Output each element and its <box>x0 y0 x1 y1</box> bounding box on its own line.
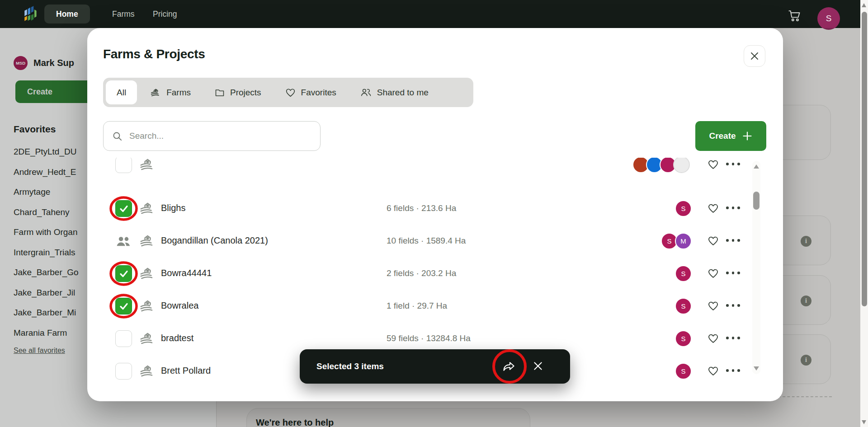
tab-farms[interactable]: Farms <box>139 80 202 104</box>
row-menu-button[interactable] <box>726 304 740 307</box>
account-avatar[interactable]: S <box>817 7 840 30</box>
farm-row[interactable]: Bowra44441 2 fields · 203.2 Ha S <box>87 257 783 290</box>
farm-icon <box>138 297 156 315</box>
check-icon <box>118 301 129 312</box>
close-icon <box>750 51 760 61</box>
row-menu-button[interactable] <box>726 206 740 209</box>
favorite-heart-button[interactable] <box>707 202 719 216</box>
row-menu-button[interactable] <box>726 337 740 339</box>
farm-meta: 2 fields · 203.2 Ha <box>387 268 456 278</box>
scrollbar-thumb[interactable] <box>753 192 760 210</box>
farm-icon <box>138 362 156 380</box>
heart-icon <box>707 158 719 170</box>
row-checkbox[interactable] <box>115 158 132 173</box>
row-checkbox[interactable] <box>115 330 132 347</box>
member-avatar <box>673 158 690 173</box>
tab-label: Farms <box>166 88 191 98</box>
row-menu-button[interactable] <box>726 163 740 165</box>
tab-label: Projects <box>230 88 261 98</box>
nav-tab-pricing[interactable]: Pricing <box>141 5 189 23</box>
row-menu-button[interactable] <box>726 272 740 274</box>
farm-name: Bowralea <box>161 300 198 311</box>
heart-icon <box>707 235 719 247</box>
modal-create-button[interactable]: Create <box>695 121 766 151</box>
farm-icon <box>138 330 156 347</box>
row-checkbox[interactable] <box>115 298 132 314</box>
farm-meta: 59 fields · 13284.8 Ha <box>387 333 471 343</box>
row-menu-button[interactable] <box>726 369 740 372</box>
cart-icon[interactable] <box>788 9 803 24</box>
folder-icon <box>214 87 225 98</box>
favorite-heart-button[interactable] <box>707 158 719 172</box>
brand-logo-icon[interactable] <box>22 5 39 25</box>
scroll-up-arrow[interactable] <box>862 3 866 7</box>
farm-row[interactable]: Bogandillan (Canola 2021) 10 fields · 15… <box>87 225 783 258</box>
create-label: Create <box>709 131 736 141</box>
scroll-up-arrow[interactable] <box>754 164 759 169</box>
window-scrollbar-thumb[interactable] <box>862 12 867 306</box>
farm-icon <box>150 87 161 99</box>
member-avatar: S <box>675 363 692 380</box>
farm-icon <box>138 158 156 174</box>
tab-all[interactable]: All <box>106 80 137 104</box>
modal-close-button[interactable] <box>744 45 765 67</box>
check-icon <box>118 268 129 279</box>
scroll-down-arrow[interactable] <box>754 366 759 371</box>
row-checkbox[interactable] <box>115 200 132 217</box>
farm-row[interactable]: Bowralea 1 field · 29.7 Ha S <box>87 290 783 323</box>
heart-icon <box>707 267 719 279</box>
share-selection-button[interactable] <box>502 360 516 375</box>
favorite-heart-button[interactable] <box>707 300 719 314</box>
member-avatar: S <box>675 298 692 314</box>
tab-label: Shared to me <box>377 88 429 98</box>
people-icon <box>360 87 372 98</box>
search-box <box>103 121 321 151</box>
toast-close-button[interactable] <box>532 360 544 374</box>
search-input[interactable] <box>129 131 301 141</box>
tab-label: Favorites <box>301 88 336 98</box>
member-avatar: M <box>675 233 692 249</box>
farm-name: Bogandillan (Canola 2021) <box>161 235 268 246</box>
heart-icon <box>707 300 719 312</box>
farms-projects-modal: Farms & Projects All Farms Projec <box>87 28 783 401</box>
member-avatar: S <box>675 330 692 347</box>
favorite-heart-button[interactable] <box>707 332 719 346</box>
modal-tabbar: All Farms Projects Favorites <box>103 78 473 107</box>
window-scrollbar[interactable] <box>860 0 868 427</box>
row-checkbox[interactable] <box>115 363 132 380</box>
nav-tab-home[interactable]: Home <box>44 5 90 23</box>
row-checkbox[interactable] <box>115 265 132 282</box>
selection-count-text: Selected 3 items <box>316 361 384 371</box>
tab-favorites[interactable]: Favorites <box>274 80 347 104</box>
farm-icon <box>138 200 156 217</box>
farm-name: Blighs <box>161 203 185 213</box>
heart-icon <box>707 365 719 377</box>
scroll-down-arrow[interactable] <box>862 420 866 424</box>
nav-tab-farms[interactable]: Farms <box>100 5 146 23</box>
farm-icon <box>138 232 156 250</box>
favorite-heart-button[interactable] <box>707 365 719 379</box>
app-window: MSD Mark Sup Create Favorites 2DE_PtyLtd… <box>0 0 868 427</box>
farm-meta: 6 fields · 213.6 Ha <box>387 203 456 213</box>
farm-row[interactable]: Blighs 6 fields · 213.6 Ha S <box>87 192 783 225</box>
heart-icon <box>707 332 719 344</box>
toast-divider <box>524 360 525 373</box>
farm-name: bradtest <box>161 333 193 343</box>
list-scrollbar[interactable] <box>752 161 760 374</box>
favorite-heart-button[interactable] <box>707 267 719 281</box>
shared-people-icon <box>114 232 132 250</box>
farm-row[interactable] <box>87 158 783 181</box>
member-avatar: S <box>675 200 692 217</box>
tab-projects[interactable]: Projects <box>203 80 272 104</box>
farm-name: Brett Pollard <box>161 366 211 376</box>
farm-meta: 1 field · 29.7 Ha <box>387 301 447 311</box>
heart-icon <box>285 87 296 98</box>
tab-shared-to-me[interactable]: Shared to me <box>349 80 439 104</box>
plus-icon <box>742 131 753 141</box>
search-icon <box>112 131 123 142</box>
row-menu-button[interactable] <box>726 239 740 242</box>
member-avatar: S <box>675 265 692 282</box>
favorite-heart-button[interactable] <box>707 235 719 249</box>
share-arrow-icon <box>502 360 516 373</box>
heart-icon <box>707 202 719 214</box>
